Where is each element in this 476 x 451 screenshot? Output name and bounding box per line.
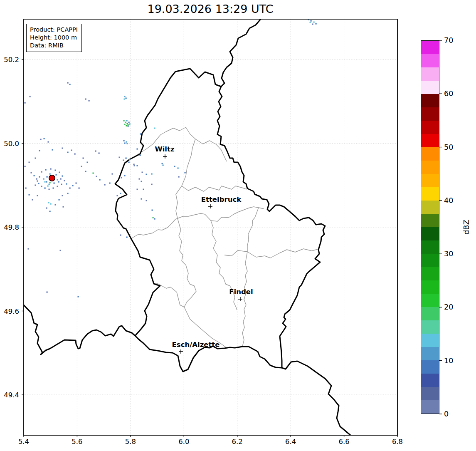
y-tick-label: 49.8 <box>0 223 19 231</box>
echo-pixel <box>69 188 71 189</box>
echo-pixel <box>62 148 63 149</box>
echo-pixel <box>146 200 147 201</box>
echo-pixel <box>69 84 71 85</box>
echo-pixel <box>141 198 142 200</box>
district-border <box>126 127 227 162</box>
echo-pixel <box>153 217 154 218</box>
echo-pixel <box>126 158 127 159</box>
echo-pixel <box>178 168 179 169</box>
echo-pixel <box>44 188 46 189</box>
echo-pixel <box>128 126 129 127</box>
echo-pixel <box>67 193 69 194</box>
echo-pixel <box>95 151 96 152</box>
echo-pixel <box>89 100 90 102</box>
echo-pixel <box>57 186 58 187</box>
echo-pixel <box>38 183 39 184</box>
echo-pixel <box>133 164 135 165</box>
echo-pixel <box>32 199 33 201</box>
echo-pixel <box>35 158 36 159</box>
echo-pixel <box>48 141 49 143</box>
echo-pixel <box>112 173 113 175</box>
echo-pixel <box>134 165 135 166</box>
echo-pixel <box>41 186 42 187</box>
city-label: Ettelbruck <box>201 196 241 203</box>
echo-pixel <box>39 150 40 151</box>
echo-pixel <box>47 292 48 293</box>
echo-pixel <box>44 181 46 183</box>
echo-pixel <box>59 199 60 201</box>
colorbar-tick-label: 60 <box>444 89 453 98</box>
echo-pixel <box>30 96 31 97</box>
colorbar-segment <box>421 214 439 227</box>
echo-pixel <box>62 176 63 177</box>
echo-pixel <box>140 134 141 135</box>
echo-pixel <box>55 204 56 206</box>
district-border <box>182 186 247 191</box>
echo-pixel <box>29 194 30 196</box>
echo-pixel <box>174 166 175 167</box>
echo-pixel <box>85 171 86 172</box>
echo-pixel <box>50 169 52 170</box>
colorbar-tick-label: 0 <box>444 410 449 418</box>
y-tick-label: 49.4 <box>0 391 19 399</box>
echo-pixel <box>87 162 88 163</box>
echo-pixel <box>127 143 128 144</box>
echo-pixel <box>60 178 62 180</box>
x-tick-label: 6.0 <box>178 438 189 446</box>
y-tick-label: 50.0 <box>0 139 19 147</box>
border-france-germany <box>282 361 350 435</box>
echo-pixel <box>78 296 79 297</box>
echo-pixel <box>31 172 32 173</box>
echo-pixel <box>47 186 49 187</box>
colorbar-tick-label: 70 <box>444 36 453 45</box>
colorbar <box>421 40 439 414</box>
district-border <box>224 249 318 258</box>
echo-pixel <box>67 82 69 84</box>
echo-pixel <box>123 140 125 141</box>
echo-pixel <box>46 181 47 183</box>
grid-lines <box>24 19 397 435</box>
district-border <box>247 208 259 252</box>
echo-pixel <box>126 125 127 126</box>
echo-pixel <box>312 24 313 25</box>
radar-site-marker <box>49 175 55 181</box>
echo-pixel <box>50 203 52 205</box>
product-info-box: Product: PCAPPI Height: 1000 m Data: RMI… <box>26 24 82 52</box>
echo-pixel <box>316 23 317 25</box>
city-label: Findel <box>229 288 253 296</box>
echo-pixel <box>129 159 131 160</box>
echo-pixel <box>49 182 51 183</box>
echo-pixel <box>99 179 101 181</box>
echo-pixel <box>128 162 130 163</box>
echo-pixel <box>71 150 72 151</box>
city-markers <box>163 154 242 354</box>
border-belgium-france <box>21 305 135 354</box>
y-tick-label: 50.2 <box>0 56 19 64</box>
echo-pixel <box>54 183 55 184</box>
echo-pixel <box>53 188 54 189</box>
colorbar-segment <box>421 400 439 414</box>
colorbar-segment <box>421 187 439 201</box>
echo-pixel <box>81 166 82 167</box>
city-marker-cross <box>163 154 167 159</box>
colorbar-unit-label: dBZ <box>462 220 471 235</box>
echo-pixel <box>126 141 127 143</box>
city-marker-cross <box>238 297 242 301</box>
colorbar-tick-label: 10 <box>444 357 453 365</box>
echo-pixel <box>154 218 155 220</box>
colorbar-segment <box>421 267 439 280</box>
echo-pixel <box>121 177 122 178</box>
echo-pixel <box>163 165 164 166</box>
colorbar-segment <box>421 360 439 374</box>
echo-pixel <box>123 160 124 161</box>
echo-pixel <box>143 189 144 190</box>
plot-frame <box>24 19 397 435</box>
colorbar-segment <box>421 294 439 307</box>
echo-pixel <box>124 143 126 144</box>
colorbar-segment <box>421 54 439 67</box>
colorbar-tick-label: 40 <box>444 196 453 205</box>
colorbar-segment <box>421 307 439 320</box>
colorbar-segment <box>421 240 439 254</box>
echo-pixel <box>40 139 42 140</box>
echo-pixel <box>119 157 120 158</box>
